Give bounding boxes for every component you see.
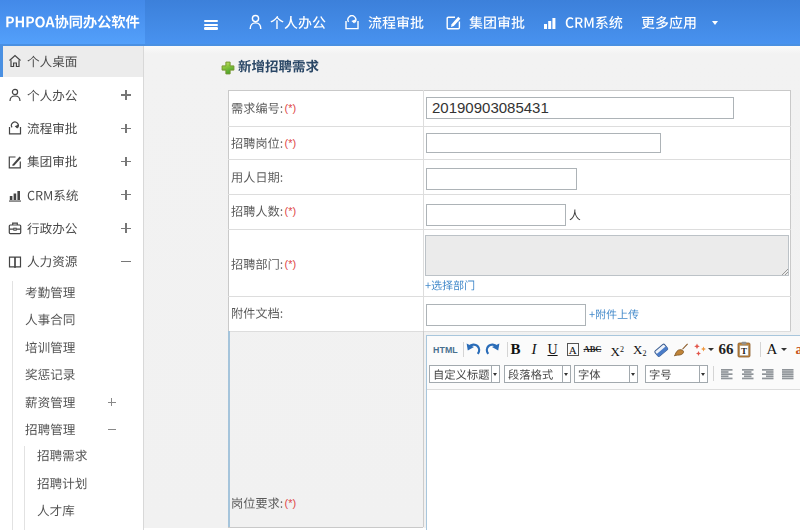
svg-text:T: T [741,346,747,356]
